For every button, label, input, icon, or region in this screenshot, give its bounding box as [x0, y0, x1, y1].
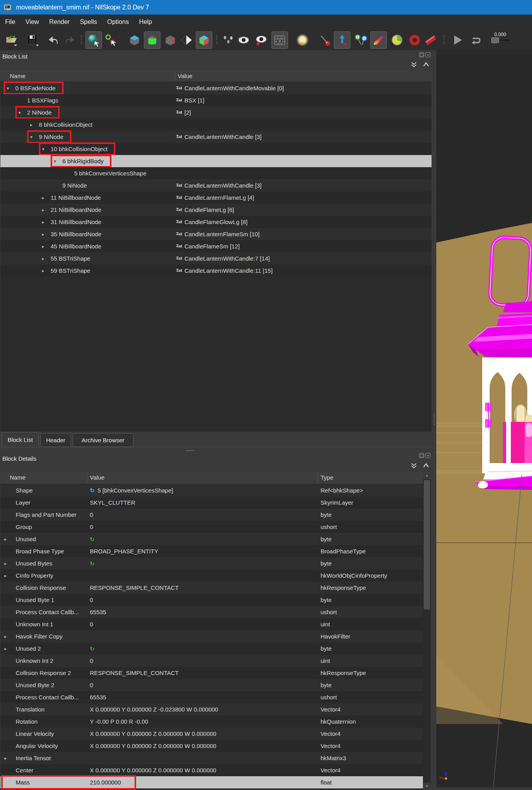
- detail-row-collision-response[interactable]: Collision ResponseRESPONSE_SIMPLE_CONTAC…: [0, 582, 423, 594]
- block-list-row[interactable]: ▸11 NiBillboardNodeTxtCandleLanternFlame…: [0, 192, 432, 204]
- constraints-pins-icon[interactable]: [353, 31, 369, 49]
- flip-diamond-icon[interactable]: [178, 31, 195, 49]
- detail-row-process-contact-callb-[interactable]: Process Contact Callb...65535ushort: [0, 606, 423, 618]
- erase-slash-icon[interactable]: [423, 31, 439, 49]
- block-list-row[interactable]: ▾6 bhkRigidBody: [0, 155, 432, 167]
- tree-expand-icon[interactable]: ▾: [7, 86, 15, 91]
- detail-row-unused[interactable]: ▸Unused↻byte: [0, 533, 423, 545]
- menu-help[interactable]: Help: [134, 15, 157, 29]
- 3d-viewport[interactable]: [436, 50, 532, 790]
- show-vertices-icon[interactable]: [220, 31, 236, 49]
- tree-expand-icon[interactable]: ▸: [4, 634, 16, 639]
- detail-row-layer[interactable]: LayerSKYL_CLUTTERSkyrimLayer: [0, 496, 423, 509]
- block-list-row[interactable]: 5 bhkConvexVerticesShape: [0, 167, 432, 179]
- tab-block-list[interactable]: Block List: [2, 432, 39, 447]
- time-slider[interactable]: 0.000: [488, 32, 513, 41]
- detail-row-cinfo-property[interactable]: ▸Cinfo PropertyhkWorldObjCinfoProperty: [0, 569, 423, 582]
- view-top-cube-icon[interactable]: [126, 31, 143, 49]
- block-list-row[interactable]: ▸31 NiBillboardNodeTxtCandleFlameGlowLg …: [0, 216, 432, 228]
- block-list-row[interactable]: ▾9 NiNodeTxtCandleLanternWithCandle [3]: [0, 131, 432, 143]
- close-panel-icon[interactable]: ×: [425, 453, 430, 458]
- menu-options[interactable]: Options: [102, 15, 134, 29]
- play-icon[interactable]: [449, 31, 466, 49]
- detail-row-havok-filter-copy[interactable]: ▸Havok Filter CopyHavokFilter: [0, 630, 423, 642]
- tree-expand-icon[interactable]: ▸: [4, 755, 16, 761]
- detail-row-translation[interactable]: TranslationX 0.000000 Y 0.000000 Z -0.02…: [0, 703, 423, 715]
- detail-row-linear-velocity[interactable]: Linear VelocityX 0.000000 Y 0.000000 Z 0…: [0, 728, 423, 740]
- slider-handle[interactable]: [491, 37, 499, 43]
- menu-render[interactable]: Render: [44, 15, 75, 29]
- tree-expand-icon[interactable]: ▸: [30, 122, 39, 128]
- show-axes-icon[interactable]: [334, 31, 350, 49]
- tree-expand-icon[interactable]: ▸: [4, 573, 16, 578]
- detail-row-unused-bytes[interactable]: ▸Unused Bytes↻byte: [0, 557, 423, 569]
- tree-expand-icon[interactable]: ▸: [42, 195, 51, 201]
- show-hidden-eye-icon[interactable]: [253, 31, 270, 49]
- menu-file[interactable]: File: [0, 15, 20, 29]
- menu-view[interactable]: View: [20, 15, 44, 29]
- show-nodes-eye-icon[interactable]: [235, 31, 252, 49]
- detail-row-group[interactable]: Group0ushort: [0, 521, 423, 533]
- tree-expand-icon[interactable]: ▸: [42, 268, 51, 274]
- double-chevron-down-icon[interactable]: [410, 61, 417, 68]
- tree-expand-icon[interactable]: ▸: [42, 256, 51, 261]
- tree-expand-icon[interactable]: ▸: [42, 207, 51, 213]
- tree-expand-icon[interactable]: ▾: [18, 110, 27, 115]
- col-value[interactable]: Value: [178, 73, 192, 79]
- detail-row-unknown-int-1[interactable]: Unknown Int 10uint: [0, 618, 423, 630]
- detail-row-inertia-tensor[interactable]: ▸Inertia TensorhkMatrix3: [0, 752, 423, 764]
- detail-row-collision-response-2[interactable]: Collision Response 2RESPONSE_SIMPLE_CONT…: [0, 667, 423, 679]
- block-list-row[interactable]: ▾10 bhkCollisionObject: [0, 143, 432, 155]
- perspective-cube-icon[interactable]: [196, 31, 212, 49]
- details-scrollbar[interactable]: ▲ ▼: [423, 472, 431, 790]
- flame-brush-icon[interactable]: [370, 31, 387, 49]
- detail-row-flags-and-part-number[interactable]: Flags and Part Number0byte: [0, 509, 423, 521]
- ring-marker-icon[interactable]: [406, 31, 423, 49]
- tree-expand-icon[interactable]: ▾: [30, 134, 39, 140]
- block-list-row[interactable]: ▾2 NiNodeTxt[2]: [0, 106, 432, 119]
- detail-row-unknown-int-2[interactable]: Unknown Int 20uint: [0, 655, 423, 667]
- select-nodes-icon[interactable]: [103, 31, 119, 49]
- close-panel-icon[interactable]: ×: [425, 52, 430, 57]
- tree-expand-icon[interactable]: ▾: [42, 146, 51, 152]
- open-file-icon[interactable]: [3, 31, 20, 49]
- detail-row-unused-byte-2[interactable]: Unused Byte 20byte: [0, 679, 423, 691]
- float-panel-icon[interactable]: [419, 453, 424, 458]
- tab-archive-browser[interactable]: Archive Browser: [73, 433, 133, 447]
- panel-splitter[interactable]: [433, 50, 436, 790]
- detail-row-broad-phase-type[interactable]: Broad Phase TypeBROAD_PHASE_ENTITYBroadP…: [0, 545, 423, 557]
- screenshot-grid-icon[interactable]: [271, 31, 288, 49]
- detail-row-center[interactable]: CenterX 0.000000 Y 0.000000 Z 0.000000 W…: [0, 764, 423, 776]
- col-name[interactable]: Name: [10, 73, 26, 79]
- menu-spells[interactable]: Spells: [75, 15, 102, 29]
- marker-pin-icon[interactable]: [317, 31, 333, 49]
- block-list-row[interactable]: ▸59 BSTriShapeTxtCandleLanternWithCandle…: [0, 265, 432, 277]
- tree-expand-icon[interactable]: ▸: [42, 232, 51, 237]
- tab-header[interactable]: Header: [40, 433, 71, 447]
- undo-icon[interactable]: [46, 31, 62, 49]
- block-list-row[interactable]: ▾0 BSFadeNodeTxtCandleLanternWithCandleM…: [0, 82, 432, 94]
- tree-expand-icon[interactable]: ▸: [42, 219, 51, 225]
- block-list-row[interactable]: ▸8 bhkCollisionObject: [0, 119, 432, 131]
- tree-expand-icon[interactable]: ▸: [4, 536, 16, 542]
- detail-row-angular-velocity[interactable]: Angular VelocityX 0.000000 Y 0.000000 Z …: [0, 740, 423, 752]
- detail-row-unused-2[interactable]: ▸Unused 2↻byte: [0, 642, 423, 655]
- block-list-row[interactable]: ▸55 BSTriShapeTxtCandleLanternWithCandle…: [0, 252, 432, 265]
- tree-expand-icon[interactable]: ▸: [4, 561, 16, 566]
- col-name[interactable]: Name: [10, 474, 26, 481]
- block-list-row[interactable]: 9 NiNodeTxtCandleLanternWithCandle [3]: [0, 179, 432, 192]
- redo-icon[interactable]: [61, 31, 78, 49]
- block-list-row[interactable]: 1 BSXFlagsTxtBSX [1]: [0, 94, 432, 106]
- col-type[interactable]: Type: [321, 474, 333, 481]
- double-chevron-down-icon[interactable]: [410, 462, 417, 469]
- detail-row-rotation[interactable]: RotationY -0.00 P 0.00 R -0.00hkQuaterni…: [0, 715, 423, 728]
- loop-icon[interactable]: [468, 31, 484, 49]
- select-sphere-icon[interactable]: [86, 31, 102, 49]
- chevron-up-icon[interactable]: [423, 462, 430, 469]
- time-pie-icon[interactable]: [389, 31, 405, 49]
- detail-row-mass[interactable]: Mass210.000000float: [0, 776, 423, 788]
- tree-expand-icon[interactable]: ▸: [4, 646, 16, 651]
- float-panel-icon[interactable]: [419, 52, 424, 57]
- block-list-row[interactable]: ▸45 NiBillboardNodeTxtCandleFlameSm [12]: [0, 240, 432, 252]
- block-list-row[interactable]: ▸21 NiBillboardNodeTxtCandleFlameLg [6]: [0, 204, 432, 216]
